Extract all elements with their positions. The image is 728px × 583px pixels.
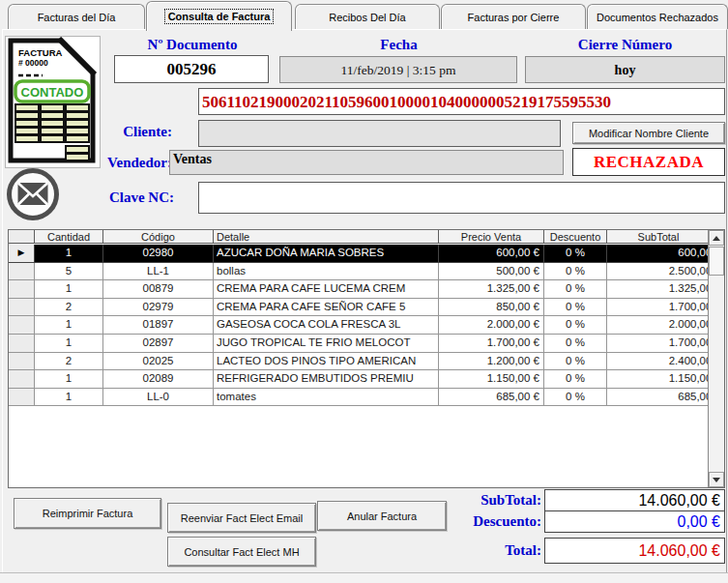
cell-precio: 1.150,00 € bbox=[439, 370, 544, 389]
cell-desc: 0 % bbox=[544, 316, 607, 335]
cell-precio: 1.200,00 € bbox=[439, 353, 544, 371]
cell-precio: 1.700,00 € bbox=[439, 335, 544, 353]
col-cantidad-header: Cantidad bbox=[35, 230, 103, 244]
total-label: Total: bbox=[406, 542, 541, 559]
scroll-down-icon bbox=[713, 478, 720, 482]
cliente-input[interactable] bbox=[198, 120, 561, 147]
scroll-down-button[interactable] bbox=[709, 472, 724, 487]
tab-documentos-rechazados[interactable]: Documentos Rechazados bbox=[587, 4, 728, 29]
table-row[interactable]: 102897JUGO TROPICAL TE FRIO MELOCOT1.700… bbox=[9, 335, 724, 353]
cell-sel bbox=[9, 389, 35, 407]
cell-sel bbox=[9, 370, 35, 389]
tab-facturas-por-cierre[interactable]: Facturas por Cierre bbox=[441, 4, 586, 29]
cell-sub: 685,00 € bbox=[607, 389, 724, 407]
table-row[interactable]: 101897GASEOSA COCA COLA FRESCA 3L2.000,0… bbox=[9, 316, 724, 335]
cell-desc: 0 % bbox=[544, 370, 607, 389]
cell-det: CREMA PARA CAFE SEÑOR CAFE 5 bbox=[214, 299, 439, 317]
vendedor-field: Ventas bbox=[169, 150, 564, 175]
cliente-label: Cliente: bbox=[97, 124, 172, 140]
cell-sel bbox=[9, 335, 35, 353]
fecha-field: 11/feb/2019 | 3:15 pm bbox=[279, 56, 517, 83]
table-row[interactable]: ▶102980AZUCAR DOÑA MARIA SOBRES600,00 €0… bbox=[9, 245, 724, 263]
consultar-fact-elect-mh-button[interactable]: Consultar Fact Elect MH bbox=[167, 537, 316, 567]
fecha-label: Fecha bbox=[280, 37, 517, 53]
invoice-lines-table: Cantidad Código Detalle Precio Venta Des… bbox=[8, 229, 725, 488]
col-descuento-header: Descuento bbox=[544, 230, 607, 244]
cell-sub: 1.700,00 € bbox=[607, 299, 724, 317]
table-row[interactable]: 102089REFRIGERADO EMBUTIDOS PREMIU1.150,… bbox=[9, 370, 724, 389]
cell-desc: 0 % bbox=[544, 389, 607, 407]
cell-det: LACTEO DOS PINOS TIPO AMERICAN bbox=[214, 353, 439, 371]
table-vertical-scrollbar[interactable] bbox=[708, 230, 724, 487]
cell-cod: 02089 bbox=[103, 370, 214, 389]
cell-det: GASEOSA COCA COLA FRESCA 3L bbox=[214, 316, 439, 335]
table-row[interactable]: 5LL-1bollas500,00 €0 %2.500,00 € bbox=[9, 263, 724, 281]
tab-label: Consulta de Factura bbox=[165, 10, 274, 23]
cell-cod: 02897 bbox=[103, 335, 214, 353]
tab-consulta-de-factura[interactable]: Consulta de Factura bbox=[146, 1, 292, 31]
cell-sub: 2.500,00 € bbox=[607, 263, 724, 281]
clave-nc-input[interactable] bbox=[198, 182, 725, 214]
cell-precio: 600,00 € bbox=[439, 245, 544, 263]
cell-cant: 1 bbox=[35, 389, 103, 407]
cell-desc: 0 % bbox=[544, 335, 607, 353]
cell-cant: 1 bbox=[35, 280, 103, 299]
cell-desc: 0 % bbox=[544, 245, 607, 263]
doc-number-input[interactable]: 005296 bbox=[114, 55, 269, 83]
reenviar-fact-elect-email-button[interactable]: Reenviar Fact Elect Email bbox=[167, 503, 316, 533]
tab-label: Facturas del Día bbox=[38, 12, 116, 23]
grid-body: ▶102980AZUCAR DOÑA MARIA SOBRES600,00 €0… bbox=[9, 245, 724, 406]
cell-sub: 2.400,00 € bbox=[607, 353, 724, 371]
col-subtotal-header: SubTotal bbox=[607, 230, 710, 244]
cierre-numero-field: hoy bbox=[525, 56, 725, 83]
tab-facturas-del-dia[interactable]: Facturas del Día bbox=[8, 4, 145, 29]
total-value: 14.060,00 € bbox=[544, 538, 725, 564]
cell-cod: 02979 bbox=[103, 299, 214, 317]
cell-cod: 00879 bbox=[103, 280, 214, 299]
col-detalle-header: Detalle bbox=[214, 230, 439, 244]
col-selector-header bbox=[9, 230, 35, 244]
modificar-nombre-cliente-button[interactable]: Modificar Nombre Cliente bbox=[572, 122, 725, 144]
invoice-icon-title: FACTURA bbox=[18, 47, 63, 58]
cell-cant: 2 bbox=[35, 299, 103, 317]
cell-det: CREMA PARA CAFE LUCEMA CREM bbox=[214, 280, 439, 299]
col-precio-venta-header: Precio Venta bbox=[439, 230, 544, 244]
table-row[interactable]: 202025LACTEO DOS PINOS TIPO AMERICAN1.20… bbox=[9, 353, 724, 371]
cell-sel: ▶ bbox=[9, 245, 35, 263]
status-badge: RECHAZADA bbox=[572, 148, 725, 176]
cell-precio: 850,00 € bbox=[439, 299, 544, 317]
form-bottom-strip bbox=[0, 572, 728, 583]
table-row[interactable]: 1LL-0tomates685,00 €0 %685,00 € bbox=[9, 389, 724, 407]
email-icon[interactable] bbox=[5, 166, 61, 222]
cell-sub: 2.000,00 € bbox=[607, 316, 724, 335]
cell-precio: 1.325,00 € bbox=[439, 280, 544, 299]
invoice-document-icon: FACTURA # 00000 CONTADO bbox=[5, 36, 101, 168]
table-header-row: Cantidad Código Detalle Precio Venta Des… bbox=[9, 230, 724, 245]
cell-cod: 02980 bbox=[103, 245, 214, 263]
table-row[interactable]: 202979CREMA PARA CAFE SEÑOR CAFE 5850,00… bbox=[9, 299, 724, 317]
cierre-numero-label: Cierre Número bbox=[525, 37, 725, 53]
cell-precio: 500,00 € bbox=[439, 263, 544, 281]
table-row[interactable]: 100879CREMA PARA CAFE LUCEMA CREM1.325,0… bbox=[9, 280, 724, 299]
cell-cant: 5 bbox=[35, 263, 103, 281]
reimprimir-factura-button[interactable]: Reimprimir Factura bbox=[14, 498, 161, 529]
descuento-value: 0,00 € bbox=[544, 510, 725, 533]
cell-desc: 0 % bbox=[544, 353, 607, 371]
cell-cant: 1 bbox=[35, 316, 103, 335]
invoice-icon-number: # 00000 bbox=[18, 58, 48, 68]
cell-cant: 1 bbox=[35, 335, 103, 353]
subtotal-label: SubTotal: bbox=[406, 492, 541, 509]
clave-numerica-field[interactable]: 5061102190002021105960010000104000000521… bbox=[198, 88, 725, 115]
scroll-up-icon bbox=[713, 236, 720, 241]
cell-cant: 2 bbox=[35, 353, 103, 371]
invoice-icon-graphic: FACTURA # 00000 CONTADO bbox=[6, 37, 98, 165]
scroll-up-button[interactable] bbox=[709, 230, 724, 246]
cell-cod: LL-1 bbox=[103, 263, 214, 281]
cell-det: bollas bbox=[214, 263, 439, 281]
tab-recibos-del-dia[interactable]: Recibos Del Día bbox=[295, 4, 440, 29]
scrollbar-thumb[interactable] bbox=[709, 247, 724, 276]
cell-sel bbox=[9, 280, 35, 299]
tab-label: Documentos Rechazados bbox=[597, 12, 718, 23]
cell-sel bbox=[9, 316, 35, 335]
tab-label: Facturas por Cierre bbox=[468, 12, 560, 23]
